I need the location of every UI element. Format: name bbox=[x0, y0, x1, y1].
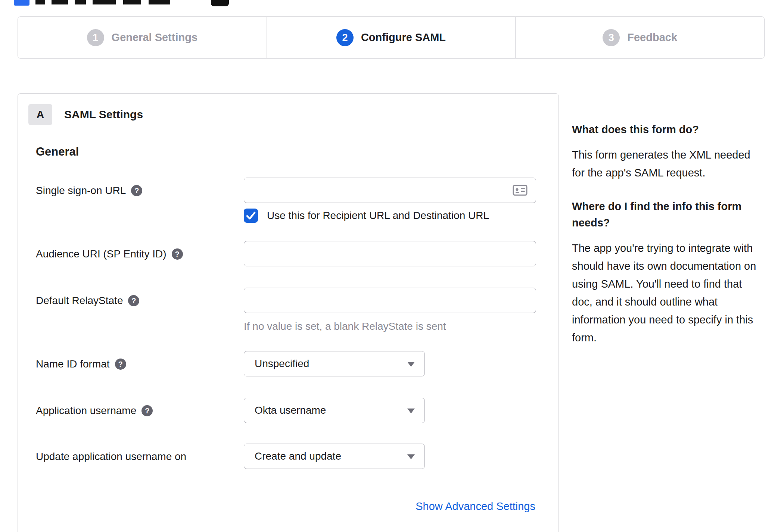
contact-card-icon[interactable] bbox=[513, 185, 528, 196]
relaystate-hint: If no value is set, a blank RelayState i… bbox=[244, 320, 446, 332]
update-username-row: Update application username on Create an… bbox=[36, 444, 544, 470]
chevron-down-icon bbox=[407, 454, 415, 459]
panel-header: A SAML Settings bbox=[28, 104, 143, 125]
select-value: Unspecified bbox=[255, 358, 309, 369]
sso-url-row: Single sign-on URL? bbox=[36, 178, 544, 204]
wizard-stepper: 1 General Settings 2 Configure SAML 3 Fe… bbox=[18, 16, 765, 59]
help-question-1: What does this form do? bbox=[572, 121, 764, 138]
relaystate-row: Default RelayState? bbox=[36, 288, 544, 314]
app-logo-fragment bbox=[14, 0, 29, 6]
page: 1 General Settings 2 Configure SAML 3 Fe… bbox=[0, 0, 781, 532]
checkmark-icon bbox=[246, 212, 256, 220]
show-advanced-settings-link[interactable]: Show Advanced Settings bbox=[416, 500, 535, 513]
relaystate-input[interactable] bbox=[244, 288, 536, 313]
audience-uri-input[interactable] bbox=[244, 241, 536, 266]
label-text: Update application username on bbox=[36, 451, 186, 462]
label-text: Application username bbox=[36, 405, 136, 416]
label-text: Default RelayState bbox=[36, 295, 123, 306]
nameid-format-row: Name ID format? Unspecified bbox=[36, 351, 544, 377]
update-username-select[interactable]: Create and update bbox=[244, 444, 425, 469]
help-sidebar: What does this form do? This form genera… bbox=[572, 121, 764, 363]
general-section-title: General bbox=[36, 145, 79, 159]
step-number-badge: 1 bbox=[87, 29, 104, 46]
title-text-fragment bbox=[35, 0, 45, 4]
title-text-fragment bbox=[93, 0, 116, 4]
step-label: Configure SAML bbox=[361, 31, 446, 44]
audience-uri-row: Audience URI (SP Entity ID)? bbox=[36, 241, 544, 267]
application-username-select[interactable]: Okta username bbox=[244, 398, 425, 423]
step-number-badge: 2 bbox=[336, 29, 354, 46]
help-icon[interactable]: ? bbox=[128, 295, 139, 306]
panel-title: SAML Settings bbox=[64, 108, 143, 121]
title-text-fragment bbox=[75, 0, 86, 4]
help-answer-1: This form generates the XML needed for t… bbox=[572, 146, 764, 182]
recipient-url-checkbox-label[interactable]: Use this for Recipient URL and Destinati… bbox=[267, 210, 489, 222]
help-question-2: Where do I find the info this form needs… bbox=[572, 198, 764, 231]
app-icon-fragment bbox=[211, 0, 229, 6]
select-value: Okta username bbox=[255, 404, 326, 416]
step-label: General Settings bbox=[112, 31, 197, 44]
chevron-down-icon bbox=[407, 409, 415, 413]
title-text-fragment bbox=[123, 0, 141, 4]
sso-url-input[interactable] bbox=[244, 178, 536, 203]
help-icon[interactable]: ? bbox=[141, 405, 153, 416]
title-text-fragment bbox=[52, 0, 68, 4]
help-icon[interactable]: ? bbox=[172, 248, 183, 260]
help-answer-2: The app you're trying to integrate with … bbox=[572, 239, 764, 347]
help-icon[interactable]: ? bbox=[115, 359, 126, 370]
application-username-row: Application username? Okta username bbox=[36, 398, 544, 424]
clipped-page-header bbox=[0, 0, 781, 7]
nameid-format-select[interactable]: Unspecified bbox=[244, 351, 425, 376]
step-label: Feedback bbox=[627, 31, 677, 44]
label-text: Name ID format bbox=[36, 358, 110, 370]
select-value: Create and update bbox=[255, 450, 341, 462]
step-general-settings[interactable]: 1 General Settings bbox=[18, 17, 267, 58]
step-number-badge: 3 bbox=[603, 29, 620, 46]
section-a-badge: A bbox=[28, 104, 52, 125]
title-text-fragment bbox=[149, 0, 170, 4]
chevron-down-icon bbox=[407, 362, 415, 367]
label-text: Audience URI (SP Entity ID) bbox=[36, 248, 167, 260]
recipient-url-checkbox[interactable] bbox=[244, 209, 258, 223]
step-configure-saml[interactable]: 2 Configure SAML bbox=[267, 17, 516, 58]
help-icon[interactable]: ? bbox=[131, 185, 142, 196]
step-feedback[interactable]: 3 Feedback bbox=[515, 17, 764, 58]
recipient-url-checkbox-row: Use this for Recipient URL and Destinati… bbox=[244, 209, 489, 223]
saml-settings-panel: A SAML Settings General Single sign-on U… bbox=[18, 93, 559, 532]
label-text: Single sign-on URL bbox=[36, 185, 126, 196]
